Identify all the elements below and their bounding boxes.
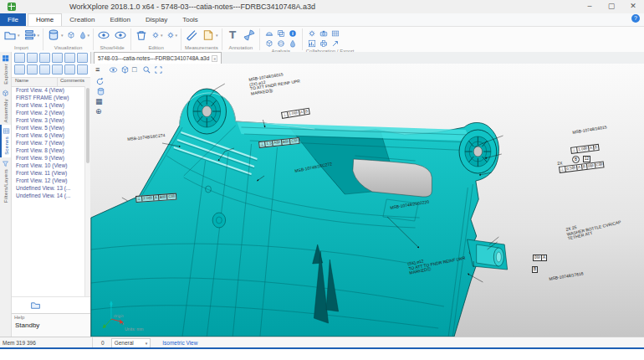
scene-tool-icon[interactable] [64, 64, 75, 75]
preset-dropdown[interactable]: General ▾ [111, 338, 151, 348]
gear-icon[interactable]: ▾ [151, 31, 163, 39]
menu-file[interactable]: File [0, 13, 26, 26]
list-item[interactable]: Front View. 8 (View) [12, 147, 84, 154]
menu-display[interactable]: Display [138, 13, 175, 26]
dome-icon[interactable] [265, 29, 273, 38]
origin-label: Origin [114, 314, 124, 318]
sphere-icon[interactable] [277, 39, 285, 48]
cube-icon[interactable] [67, 31, 75, 39]
menu-creation[interactable]: Creation [62, 13, 102, 26]
list-item[interactable]: Front View. 4 (View) [12, 86, 84, 94]
ribbon-group-showhide: Show/Hide [94, 27, 130, 52]
list-item[interactable]: Front View. 9 (View) [12, 154, 84, 162]
list-scrollbar[interactable] [84, 86, 90, 296]
grid-icon[interactable] [331, 29, 340, 38]
list-item[interactable]: Front View. 3 (View) [12, 116, 84, 124]
maximize-button[interactable]: ▢ [601, 0, 622, 12]
gear-icon[interactable] [308, 29, 316, 38]
camera-icon[interactable] [319, 29, 328, 38]
ribbon-group-label: Show/Hide [97, 45, 127, 52]
gear-icon[interactable]: ▾ [166, 31, 178, 39]
scene-tool-icon[interactable] [77, 53, 88, 63]
list-item[interactable]: Front View. 7 (View) [12, 139, 84, 147]
scrollbar-thumb[interactable] [86, 88, 89, 163]
minimize-button[interactable]: – [579, 0, 601, 12]
window-controls: – ▢ ✕ [579, 0, 644, 12]
list-item[interactable]: Front View. 2 (View) [12, 109, 84, 116]
scene-tool-icon[interactable] [77, 64, 88, 75]
zoom-magnifier-icon[interactable] [142, 65, 151, 76]
app-logo-icon [8, 3, 16, 11]
scene-tool-icon[interactable] [27, 64, 38, 75]
viewport-menu-icon[interactable]: ≡ [95, 65, 100, 74]
sidebar-tab-label: Assembly [3, 99, 8, 122]
text-icon[interactable] [226, 28, 239, 42]
cube-icon[interactable] [265, 39, 273, 48]
open-folder-icon[interactable]: ▾ [3, 28, 20, 42]
menu-home[interactable]: Home [28, 13, 62, 26]
menu-tools[interactable]: Tools [175, 13, 206, 26]
list-item[interactable]: Undefined View. 13 (... [12, 184, 84, 192]
fit-view-icon[interactable] [154, 65, 163, 76]
fan-icon[interactable] [243, 28, 256, 42]
scene-tool-icon[interactable] [52, 64, 63, 75]
help-status: Standby [12, 320, 90, 329]
printer-icon[interactable] [319, 39, 328, 48]
status-bar: Mem 319 396 0 General ▾ Isometric View [0, 337, 644, 348]
list-item[interactable]: Front View. 12 (View) [12, 177, 84, 184]
ribbon-group-label: Measurements [185, 45, 218, 52]
scene-tool-icon[interactable] [39, 64, 50, 75]
list-item[interactable]: Front View. 6 (View) [12, 131, 84, 139]
column-name[interactable]: Name [12, 78, 58, 86]
import-list-icon[interactable]: ▾ [23, 28, 40, 42]
scene-tool-icon[interactable] [64, 53, 75, 63]
hide-eye-icon[interactable] [114, 28, 127, 42]
list-item[interactable]: Front View. 5 (View) [12, 124, 84, 131]
scene-tool-icon[interactable] [14, 53, 25, 63]
menu-edition[interactable]: Edition [102, 13, 137, 26]
rectangle-select-icon[interactable]: □ [132, 65, 136, 74]
sidebar-tab-filters[interactable]: Filters/Layers [0, 157, 11, 205]
close-button[interactable]: ✕ [622, 0, 644, 12]
scene-tool-icon[interactable] [27, 53, 38, 63]
list-item[interactable]: Front View. 1 (View) [12, 101, 84, 109]
open-scene-folder-icon[interactable] [30, 300, 41, 311]
droplet-icon[interactable] [289, 39, 297, 48]
list-item[interactable]: Front View. 11 (View) [12, 169, 84, 177]
scene-tool-icon[interactable] [14, 64, 25, 75]
list-item[interactable]: Undefined View. 14 (... [12, 192, 84, 199]
chevron-down-icon: ▾ [146, 339, 148, 347]
ribbon-group-annotation: Annotation [222, 27, 259, 52]
column-comments[interactable]: Comments [58, 78, 84, 86]
show-eye-icon[interactable] [97, 28, 110, 42]
scene-tool-icon[interactable] [39, 53, 50, 63]
info-icon[interactable] [289, 29, 297, 38]
document-tab[interactable]: 5748-03---catia-notes---FDRBC3410748A.a3… [94, 52, 222, 64]
washer-bottle-bracket [468, 239, 508, 270]
model-canvas[interactable]: Origin x [90, 64, 644, 337]
sidebar-tab-assembly[interactable]: Assembly [0, 87, 11, 125]
scene-tool-icon[interactable] [52, 53, 63, 63]
list-item[interactable]: FIRST FRAME (View) [12, 94, 84, 101]
share-icon[interactable] [331, 39, 340, 48]
cube-view-icon[interactable] [120, 65, 130, 76]
grid-tool-icon[interactable]: ▦ [95, 97, 103, 105]
box-icon[interactable] [277, 29, 285, 38]
viewport-3d[interactable]: Origin x [90, 64, 644, 337]
close-tab-icon[interactable]: x [212, 55, 217, 62]
help-icon[interactable]: ? [631, 14, 640, 23]
sidebar-tab-explorer[interactable]: Explorer [0, 52, 11, 87]
title-bar: WorkXplore 2018.1.0 x64 - 5748-03---cati… [0, 0, 644, 13]
caliper-icon[interactable] [185, 28, 198, 42]
note-icon[interactable]: ▾ [202, 28, 218, 42]
window-accent-line [0, 347, 644, 349]
list-item[interactable]: Front View. 10 (View) [12, 162, 84, 169]
chart-icon[interactable] [308, 39, 316, 48]
right-hub-boss [459, 130, 497, 173]
delete-trash-icon[interactable] [135, 28, 148, 42]
cylinder-icon[interactable]: ▾ [47, 28, 64, 42]
target-center-icon[interactable]: ⊕ [95, 107, 102, 116]
sidebar-tab-scenes[interactable]: Scenes [0, 125, 11, 157]
visibility-eye-icon[interactable] [109, 65, 118, 76]
palette-icon[interactable]: ▾ [79, 31, 90, 39]
